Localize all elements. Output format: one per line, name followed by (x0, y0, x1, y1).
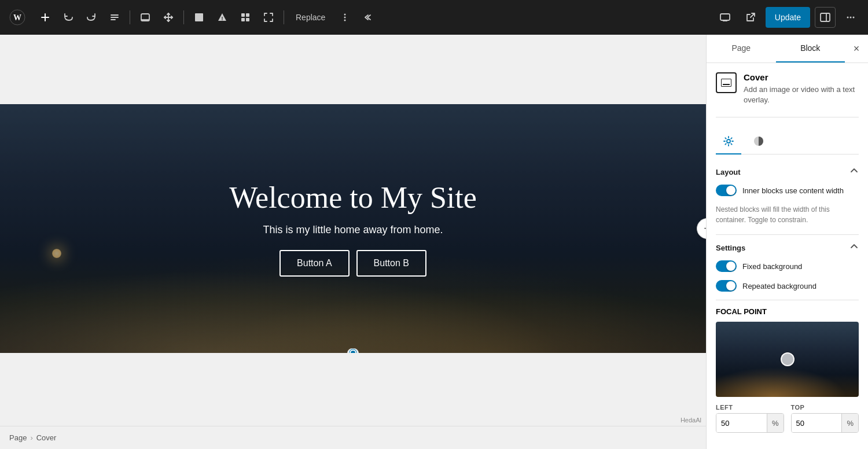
shape-button[interactable] (189, 7, 209, 28)
cover-buttons: Button A Button B (279, 250, 426, 277)
attribution: HedaAl (681, 417, 701, 424)
close-sidebar-button[interactable]: × (845, 35, 868, 62)
chevron-up-icon (849, 166, 859, 175)
settings-chevron-up-icon (849, 242, 859, 251)
more-options-button[interactable] (334, 7, 355, 28)
block-description: Add an image or video with a text overla… (744, 84, 859, 105)
toolbar-divider-1 (130, 10, 130, 24)
focal-point-section: FOCAL POINT LEFT % TOP (716, 307, 859, 433)
ellipsis-icon (845, 12, 856, 23)
svg-point-23 (847, 17, 849, 19)
focal-point-dot[interactable] (781, 352, 795, 366)
svg-rect-13 (241, 18, 245, 21)
svg-rect-3 (41, 17, 49, 18)
block-info: Cover Add an image or video with a text … (716, 72, 859, 117)
undo-button[interactable] (58, 7, 79, 28)
cover-subtitle[interactable]: This is my little home away from home. (263, 224, 443, 236)
svg-rect-18 (720, 14, 730, 20)
add-block-toolbar-button[interactable] (35, 7, 56, 28)
cover-button-b[interactable]: Button B (356, 250, 426, 277)
cover-title[interactable]: Welcome to My Site (229, 181, 477, 215)
update-button[interactable]: Update (766, 7, 810, 28)
left-coord-input[interactable] (716, 414, 767, 432)
warning-button[interactable]: ! (212, 7, 233, 28)
breadcrumb-page[interactable]: Page (9, 433, 27, 442)
svg-rect-11 (241, 13, 245, 17)
list-view-icon (109, 12, 120, 23)
redo-icon (86, 12, 97, 23)
left-coord-group: LEFT % (716, 404, 784, 433)
svg-point-17 (344, 20, 346, 21)
content-width-toggle[interactable] (716, 185, 737, 196)
arrows-button[interactable] (158, 7, 179, 28)
breadcrumb-separator: › (30, 433, 32, 442)
collapse-sidebar-button[interactable] (358, 7, 378, 28)
preview-icon (140, 12, 150, 23)
block-name: Cover (744, 72, 859, 82)
main-area: Welcome to My Site This is my little hom… (0, 35, 868, 449)
svg-point-15 (344, 14, 346, 16)
view-button[interactable] (715, 7, 735, 28)
style-icon (753, 135, 764, 147)
resize-handle[interactable] (347, 348, 359, 353)
cover-block[interactable]: Welcome to My Site This is my little hom… (0, 104, 706, 353)
canvas: Welcome to My Site This is my little hom… (0, 35, 706, 449)
fullscreen-button[interactable] (258, 7, 279, 28)
wordpress-icon: W (9, 9, 25, 25)
desktop-icon (720, 12, 730, 23)
grid-button[interactable] (235, 7, 256, 28)
move-icon (163, 12, 174, 23)
svg-rect-21 (821, 13, 830, 21)
svg-rect-12 (246, 13, 249, 17)
fixed-background-toggle[interactable] (716, 260, 737, 272)
collapse-icon (363, 12, 373, 23)
tab-block[interactable]: Block (776, 35, 845, 62)
block-details: Cover Add an image or video with a text … (744, 72, 859, 105)
wp-logo: W (7, 7, 28, 28)
sidebar-panel-button[interactable] (815, 7, 836, 28)
left-coord-input-row: % (716, 413, 784, 433)
top-coord-input[interactable] (792, 414, 842, 432)
fullscreen-icon (263, 12, 274, 23)
svg-rect-14 (246, 18, 249, 21)
external-link-button[interactable] (740, 7, 761, 28)
repeated-background-label: Repeated background (742, 282, 816, 290)
left-coord-label: LEFT (716, 404, 784, 411)
cover-button-a[interactable]: Button A (279, 250, 350, 277)
settings-section-header: Settings (716, 242, 859, 253)
tab-settings-icon[interactable] (716, 129, 741, 154)
sidebar-header: Page Block × (707, 35, 868, 63)
layout-section-title: Layout (716, 168, 741, 176)
top-percent-unit: % (841, 414, 858, 432)
list-view-button[interactable] (104, 7, 125, 28)
layout-section-toggle[interactable] (849, 166, 859, 178)
toolbar: W (0, 0, 868, 35)
breadcrumb-cover[interactable]: Cover (36, 433, 57, 442)
repeated-background-toggle[interactable] (716, 280, 737, 292)
svg-point-25 (853, 17, 855, 19)
svg-point-16 (344, 17, 346, 19)
gear-icon (723, 135, 734, 147)
sidebar: Page Block × Cover Add an image or video… (706, 35, 868, 449)
replace-button[interactable]: Replace (289, 7, 332, 28)
section-divider-2 (716, 300, 859, 300)
undo-icon (63, 12, 73, 23)
settings-section-title: Settings (716, 244, 745, 252)
breadcrumb: Page › Cover (0, 426, 706, 449)
svg-rect-9 (195, 13, 203, 21)
tab-style-icon[interactable] (746, 129, 771, 154)
focal-point-image[interactable] (716, 322, 859, 397)
tab-page[interactable]: Page (707, 35, 776, 62)
preview-button[interactable] (135, 7, 156, 28)
external-link-icon (745, 12, 756, 23)
warning-icon: ! (217, 12, 227, 23)
block-icon (716, 72, 737, 93)
top-coord-group: TOP % (791, 404, 859, 433)
settings-section-toggle[interactable] (849, 242, 859, 253)
canvas-top-space (0, 35, 706, 104)
grid-icon (240, 12, 251, 23)
attribution-text: HedaAl (681, 417, 701, 424)
global-options-button[interactable] (840, 7, 861, 28)
svg-text:!: ! (222, 16, 223, 21)
redo-button[interactable] (81, 7, 102, 28)
